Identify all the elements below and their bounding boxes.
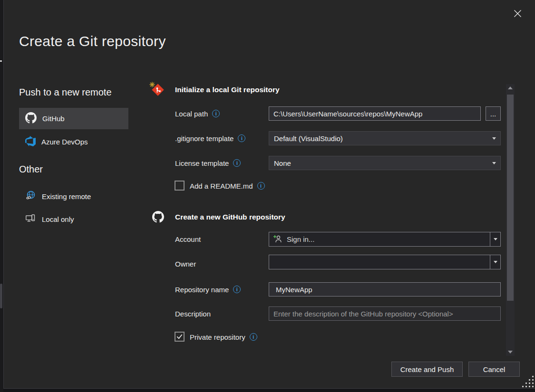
account-label: Account xyxy=(175,232,201,246)
local-path-label: Local path i xyxy=(175,106,220,121)
private-repository-label: Private repository i xyxy=(190,332,257,342)
chevron-down-icon xyxy=(494,261,497,263)
chevron-down-icon xyxy=(492,162,496,164)
sidebar-item-local-only[interactable]: Local only xyxy=(19,209,128,229)
owner-combobox[interactable] xyxy=(269,255,501,269)
repository-name-input[interactable] xyxy=(269,282,501,296)
scroll-up-button[interactable] xyxy=(506,84,515,92)
account-combobox[interactable]: Sign in... xyxy=(269,232,501,247)
background-window-scrollbar xyxy=(0,284,2,308)
sparkle-new-icon xyxy=(149,81,155,89)
github-icon xyxy=(25,112,37,125)
globe-link-icon xyxy=(25,190,36,202)
resize-grip[interactable] xyxy=(522,376,535,388)
chevron-down-icon xyxy=(494,238,497,240)
octocat-icon xyxy=(152,211,164,225)
git-new-icon xyxy=(152,84,165,96)
scrollbar-thumb[interactable] xyxy=(507,95,514,301)
account-signin-text: Sign in... xyxy=(287,235,314,243)
sidebar-item-label: Local only xyxy=(42,215,74,223)
license-template-label: License template i xyxy=(175,156,241,170)
check-icon xyxy=(176,333,183,340)
gitignore-template-value: Default (VisualStudio) xyxy=(274,134,343,143)
triangle-up-icon xyxy=(508,86,513,89)
sidebar-item-github[interactable]: GitHub xyxy=(19,108,128,129)
computer-icon xyxy=(25,213,36,225)
scroll-down-button[interactable] xyxy=(506,348,515,356)
local-path-info-icon[interactable]: i xyxy=(212,110,220,117)
vertical-scrollbar[interactable] xyxy=(506,84,515,356)
owner-label: Owner xyxy=(175,257,196,271)
github-section-heading: Create a new GitHub repository xyxy=(175,211,285,223)
repository-name-info-icon[interactable]: i xyxy=(233,286,241,293)
readme-label: Add a README.md i xyxy=(190,181,265,191)
private-repository-checkbox[interactable] xyxy=(175,332,185,342)
create-git-repository-dialog: Create a Git repository Push to a new re… xyxy=(0,0,535,392)
sidebar-item-azure-devops[interactable]: Azure DevOps xyxy=(19,131,128,153)
azure-devops-icon xyxy=(25,136,36,148)
sidebar-item-existing-remote[interactable]: Existing remote xyxy=(19,186,128,207)
browse-button[interactable]: ... xyxy=(486,106,501,121)
create-and-push-button[interactable]: Create and Push xyxy=(391,362,463,377)
background-window-tick xyxy=(0,60,2,62)
repository-name-label: Repository name i xyxy=(175,282,241,296)
background-window-bottom xyxy=(3,389,535,392)
gitignore-info-icon[interactable]: i xyxy=(238,134,245,142)
owner-dropdown-button[interactable] xyxy=(490,255,500,269)
background-window-edge xyxy=(0,0,4,392)
license-template-combobox[interactable]: None xyxy=(269,156,501,170)
chevron-down-icon xyxy=(492,137,496,140)
page-title: Create a Git repository xyxy=(19,33,166,49)
readme-checkbox[interactable] xyxy=(175,181,185,191)
triangle-down-icon xyxy=(508,351,513,354)
cancel-button[interactable]: Cancel xyxy=(468,362,520,377)
add-account-icon xyxy=(273,235,283,244)
gitignore-template-combobox[interactable]: Default (VisualStudio) xyxy=(269,131,501,145)
license-info-icon[interactable]: i xyxy=(233,159,241,167)
account-dropdown-button[interactable] xyxy=(490,232,500,246)
close-button[interactable] xyxy=(510,7,525,22)
sidebar-item-label: Existing remote xyxy=(42,192,91,201)
sidebar-item-label: GitHub xyxy=(42,115,65,123)
initialize-section-heading: Initialize a local Git repository xyxy=(175,84,280,96)
license-template-value: None xyxy=(274,159,291,167)
sidebar-item-label: Azure DevOps xyxy=(41,138,88,146)
readme-info-icon[interactable]: i xyxy=(257,182,265,190)
private-repository-info-icon[interactable]: i xyxy=(250,333,257,341)
local-path-input[interactable] xyxy=(269,106,481,121)
other-section-heading: Other xyxy=(19,164,43,175)
description-input[interactable] xyxy=(269,306,501,321)
gitignore-template-label: .gitignore template i xyxy=(175,131,245,145)
close-icon xyxy=(514,10,522,19)
push-section-heading: Push to a new remote xyxy=(19,87,112,98)
description-label: Description xyxy=(175,306,211,321)
